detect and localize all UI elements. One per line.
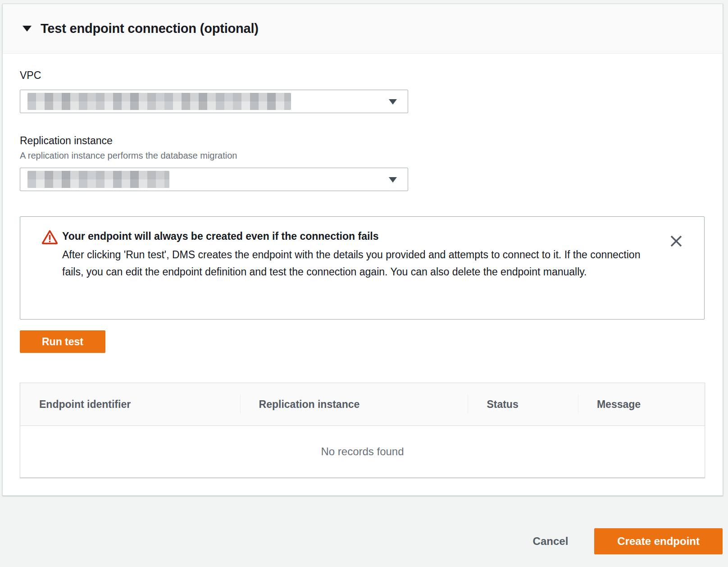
column-header-endpoint-identifier: Endpoint identifier (20, 383, 240, 425)
table-header-row: Endpoint identifier Replication instance… (20, 383, 705, 426)
alert-content: Your endpoint will always be created eve… (62, 229, 648, 280)
connection-test-results-table: Endpoint identifier Replication instance… (20, 383, 705, 478)
alert-body: After clicking 'Run test', DMS creates t… (62, 246, 648, 280)
run-test-button[interactable]: Run test (20, 330, 105, 353)
test-endpoint-section-card: Test endpoint connection (optional) VPC … (2, 4, 723, 496)
replication-instance-label: Replication instance (20, 134, 723, 147)
dropdown-caret-icon (389, 99, 397, 105)
column-header-message: Message (578, 383, 705, 425)
alert-close-button[interactable] (668, 233, 684, 249)
replication-instance-select[interactable] (20, 168, 408, 191)
table-empty-message: No records found (20, 426, 705, 477)
close-icon (669, 234, 683, 248)
vpc-field: VPC (20, 69, 723, 113)
vpc-redacted-value (27, 93, 291, 110)
create-endpoint-button[interactable]: Create endpoint (594, 528, 723, 554)
vpc-label: VPC (20, 69, 723, 82)
column-header-status: Status (468, 383, 578, 425)
replication-instance-field: Replication instance A replication insta… (20, 134, 723, 191)
replication-instance-redacted-value (27, 171, 169, 188)
section-title: Test endpoint connection (optional) (41, 21, 259, 36)
warning-alert: Your endpoint will always be created eve… (20, 216, 705, 320)
dropdown-caret-icon (389, 177, 397, 183)
section-header[interactable]: Test endpoint connection (optional) (3, 4, 723, 54)
alert-title: Your endpoint will always be created eve… (62, 229, 648, 243)
cancel-button[interactable]: Cancel (533, 535, 569, 548)
collapse-triangle-icon (23, 26, 32, 32)
replication-instance-description: A replication instance performs the data… (20, 150, 723, 161)
section-body: VPC Replication instance A replication i… (3, 69, 723, 478)
page-footer-actions: Cancel Create endpoint (0, 496, 728, 567)
vpc-select[interactable] (20, 90, 408, 113)
column-header-replication-instance: Replication instance (240, 383, 468, 425)
warning-triangle-icon (41, 229, 58, 245)
